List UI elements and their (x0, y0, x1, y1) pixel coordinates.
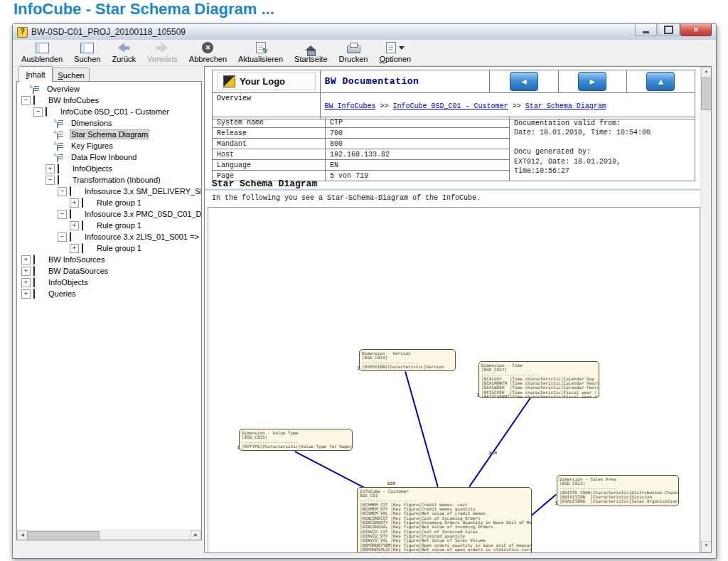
expand-icon[interactable]: + (21, 255, 31, 265)
expand-icon[interactable]: + (70, 221, 79, 230)
scroll-down-icon[interactable]: ▼ (701, 541, 712, 552)
tree-item-star-schema-diagram[interactable]: Star Schema Diagram (17, 129, 201, 140)
forward-arrow-icon: ► (588, 77, 596, 87)
collapse-icon[interactable]: − (33, 107, 43, 117)
diagram-box-infocube-customer: InfoCube - Customer 0SD_C01 ------------… (357, 487, 532, 553)
collapse-icon[interactable]: − (58, 233, 67, 242)
tree-item-label: Infosource 3.x PMC_0SD_C01_DB => InfoCub… (83, 210, 201, 218)
collapse-icon[interactable]: − (58, 210, 67, 219)
nav-up-button[interactable]: ▲ (646, 72, 675, 91)
tree-item-rule-group-1[interactable]: +Rule group 1 (17, 242, 201, 254)
document-page-icon (57, 118, 58, 128)
collapse-icon[interactable]: − (46, 176, 55, 185)
infoobject-book-icon (82, 220, 83, 230)
edge-label-dim: DIM (489, 450, 497, 455)
content-vertical-scrollbar[interactable]: ▲ ▼ (700, 67, 711, 552)
tree-item-infosource-3-x-pmc-0sd-c01-db-infocube-0[interactable]: −Infosource 3.x PMC_0SD_C01_DB => InfoCu… (17, 208, 201, 220)
toolbar-button-startseite[interactable]: Startseite (289, 41, 333, 65)
window-titlebar[interactable]: ? BW-0SD-C01_PROJ_20100118_105509 ✕ (13, 24, 716, 41)
tree-item-key-figures[interactable]: Key Figures (17, 140, 201, 151)
tree-item-infosource-3-x-sm-delivery-service-infoc[interactable]: −Infosource 3.x SM_DELIVERY_SERVICE => I… (17, 186, 201, 197)
tree-horizontal-scrollbar[interactable]: ◀ ▶ (17, 530, 201, 540)
scroll-right-icon[interactable]: ▶ (191, 530, 201, 540)
scroll-up-icon[interactable]: ▲ (701, 67, 712, 78)
toolbar-button-zurück[interactable]: Zurück (106, 41, 141, 65)
dimension-edge-1 (469, 397, 531, 487)
dropdown-caret-icon (399, 46, 405, 50)
infoobject-book-icon (82, 198, 83, 208)
info-label: Mandant (213, 139, 326, 149)
infocube-book-icon (58, 175, 59, 185)
tree-item-infosource-3-x-2lis-01-s001-infocube-0sd[interactable]: −Infosource 3.x 2LIS_01_S001 => InfoCube… (17, 231, 201, 242)
help-viewer-window: ? BW-0SD-C01_PROJ_20100118_105509 ✕ Ausb… (12, 23, 717, 559)
collapse-icon[interactable]: − (58, 187, 67, 196)
tree-item-infocube-0sd-c01-customer[interactable]: −InfoCube 0SD_C01 - Customer (17, 106, 201, 117)
content-vscroll-thumb[interactable] (701, 78, 712, 110)
breadcrumb-separator: >> (376, 102, 393, 110)
expand-icon[interactable]: + (21, 278, 31, 287)
tree-item-queries[interactable]: +Queries (17, 288, 201, 299)
section-heading: Star Schema Diagram (212, 178, 317, 189)
tree-item-label: BW InfoSources (47, 255, 106, 264)
collapse-icon[interactable]: − (21, 96, 31, 105)
nav-forward-button[interactable]: ► (578, 72, 606, 91)
expand-icon[interactable]: + (46, 164, 55, 173)
tree-item-rule-group-1[interactable]: +Rule group 1 (17, 197, 201, 208)
toolbar-button-drucken[interactable]: Drucken (333, 41, 374, 65)
search-panel-icon (80, 43, 94, 53)
tab-inhalt[interactable]: Inhalt (18, 66, 53, 82)
info-value: 5 von 719 (326, 171, 510, 181)
tree-item-transformation-inbound-[interactable]: −Transformation (Inbound) (17, 174, 201, 186)
infocube-book-icon (46, 107, 47, 117)
infoobject-book-icon (33, 277, 35, 287)
stop-icon: ✕ (202, 42, 213, 53)
toolbar-button-ausblenden[interactable]: Ausblenden (16, 41, 68, 65)
document-page-icon (57, 152, 58, 162)
infoobject-book-icon (58, 164, 59, 173)
tab-suchen[interactable]: Suchen (53, 68, 90, 82)
maximize-button[interactable] (658, 24, 680, 36)
tree-item-rule-group-1[interactable]: +Rule group 1 (17, 220, 201, 231)
breadcrumb-link[interactable]: BW InfoCubes (325, 102, 376, 110)
tree-item-bw-infocubes[interactable]: −BW InfoCubes (17, 95, 201, 106)
logo-box: Your Logo (217, 73, 316, 90)
expand-icon[interactable]: + (70, 198, 79, 208)
tree-item-label: Data Flow Inbound (70, 153, 138, 161)
cardinality-label: 1 (555, 501, 557, 506)
info-value: EN (326, 160, 510, 171)
toolbar-button-label: Suchen (74, 55, 100, 63)
document-page-icon (33, 84, 34, 94)
scroll-left-icon[interactable]: ◀ (17, 530, 28, 540)
minimize-button[interactable] (635, 24, 657, 36)
validity-info: Documentation valid from:Date: 18.01.201… (510, 117, 695, 181)
tree-hscroll-thumb[interactable] (27, 531, 100, 540)
toolbar-button-abbrechen[interactable]: ✕Abbrechen (183, 41, 232, 65)
breadcrumb-link[interactable]: Star Schema Diagram (525, 102, 606, 110)
toolbar: AusblendenSuchenZurückVorwärts✕Abbrechen… (13, 40, 716, 66)
nav-back-button[interactable]: ◄ (510, 72, 538, 91)
doc-header-table: Your Logo BW Documentation ◄ ► ▲ Overvie… (212, 70, 695, 119)
toolbar-button-suchen[interactable]: Suchen (68, 41, 106, 65)
expand-icon[interactable]: + (70, 244, 79, 253)
tree-item-dimensions[interactable]: Dimensions (17, 117, 201, 129)
tree-item-bw-datasources[interactable]: +BW DataSources (17, 265, 201, 277)
breadcrumb-link[interactable]: InfoCube 0SD_C01 - Customer (393, 102, 508, 110)
expand-icon[interactable]: + (21, 289, 31, 299)
expand-icon[interactable]: + (21, 267, 31, 276)
star-schema-diagram: Dimension - Version [0SD_C014] ---------… (208, 207, 700, 553)
back-arrow-icon: ◄ (520, 77, 528, 87)
toolbar-button-label: Abbrechen (189, 55, 227, 63)
toolbar-button-label: Vorwärts (147, 55, 178, 63)
tree-item-infoobjects[interactable]: +InfoObjects (17, 163, 201, 174)
tree-item-data-flow-inbound[interactable]: Data Flow Inbound (17, 151, 201, 163)
close-button[interactable]: ✕ (680, 24, 712, 36)
window-title: BW-0SD-C01_PROJ_20100118_105509 (31, 27, 186, 37)
infoobject-book-icon (33, 266, 35, 276)
tree-item-overview[interactable]: Overview (17, 83, 201, 95)
toolbar-button-optionen[interactable]: Optionen (373, 41, 417, 65)
tree-item-bw-infosources[interactable]: +BW InfoSources (17, 254, 201, 265)
diagram-box-dim-sales-area: Dimension - Sales Area [0SD_C013] ------… (557, 475, 679, 506)
cardinality-label: 1 (357, 365, 360, 371)
toolbar-button-aktualisieren[interactable]: ↻Aktualisieren (232, 41, 289, 65)
tree-item-infoobjects[interactable]: +InfoObjects (17, 277, 201, 288)
